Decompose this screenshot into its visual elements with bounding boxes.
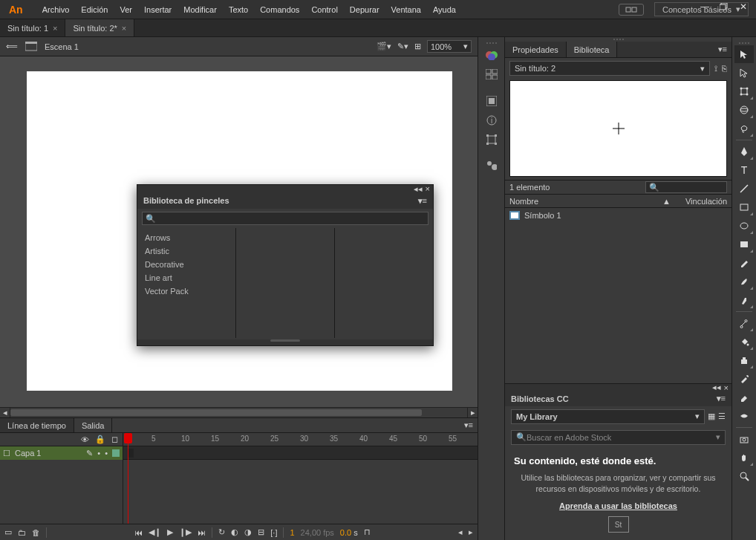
scene-icon[interactable]	[25, 42, 37, 52]
swatches-icon[interactable]	[481, 46, 502, 64]
frame-ruler[interactable]: 1 5 10 15 20 25 30 35 40 45 50 55	[123, 433, 478, 446]
horizontal-scrollbar[interactable]: ◂ ▸	[0, 407, 478, 417]
stock-search[interactable]: 🔍 Buscar en Adobe Stock▾	[511, 430, 726, 445]
lasso-tool[interactable]	[734, 120, 754, 137]
panel-grip[interactable]: ◂◂ ×	[137, 185, 433, 192]
menu-insertar[interactable]: Insertar	[138, 0, 177, 19]
tab-timeline[interactable]: Línea de tiempo	[0, 418, 74, 432]
eyedropper-tool[interactable]	[734, 370, 754, 388]
step-forward-icon[interactable]: ❙▶	[179, 527, 192, 537]
color-icon[interactable]	[481, 92, 502, 110]
tab-propiedades[interactable]: Propiedades	[505, 42, 567, 57]
center-stage-icon[interactable]: ⊞	[414, 42, 421, 51]
library-search[interactable]: 🔍	[645, 181, 727, 193]
paint-brush-tool[interactable]	[734, 291, 754, 309]
width-tool[interactable]	[734, 407, 754, 425]
keyframe[interactable]	[128, 449, 134, 458]
menu-ayuda[interactable]: Ayuda	[427, 0, 462, 19]
scroll-left-icon[interactable]: ◂	[458, 527, 463, 537]
paint-bucket-tool[interactable]	[734, 333, 754, 351]
adobe-stock-icon[interactable]: St	[608, 516, 629, 533]
eraser-tool[interactable]	[734, 388, 754, 406]
new-folder-icon[interactable]: 🗀	[18, 528, 26, 537]
brush-cat-vectorpack[interactable]: Vector Pack	[137, 284, 235, 298]
goto-first-icon[interactable]: ⏮	[134, 528, 143, 537]
step-back-icon[interactable]: ◀❙	[149, 527, 161, 537]
span-icon[interactable]: ⊓	[364, 527, 371, 537]
close-icon[interactable]: ×	[53, 24, 57, 33]
line-tool[interactable]	[734, 180, 754, 198]
menu-edicion[interactable]: Edición	[75, 0, 114, 19]
menu-texto[interactable]: Texto	[223, 0, 254, 19]
window-close-button[interactable]: ✕	[734, 0, 753, 13]
scroll-right-icon[interactable]: ▸	[469, 527, 473, 537]
onion-skin-icon[interactable]: ◐	[231, 527, 238, 537]
window-restore-button[interactable]	[714, 0, 734, 13]
library-columns[interactable]: Nombre ▲ Vinculación	[505, 195, 731, 208]
pin-icon[interactable]: ⟟	[714, 64, 717, 74]
brush-cat-lineart[interactable]: Line art	[137, 271, 235, 284]
panel-menu-icon[interactable]: ▾≡	[714, 42, 731, 57]
menu-control[interactable]: Control	[305, 0, 343, 19]
doc-tab-2[interactable]: Sin título: 2* ×	[65, 19, 134, 36]
transform-icon[interactable]	[481, 131, 502, 149]
cc-learn-link[interactable]: Aprenda a usar las bibliotecas	[514, 501, 723, 510]
playhead[interactable]	[128, 433, 128, 524]
hand-tool[interactable]	[734, 449, 754, 466]
bone-tool[interactable]	[734, 314, 754, 332]
brush-tool[interactable]	[734, 273, 754, 290]
close-icon[interactable]: ×	[122, 24, 126, 33]
frame-track[interactable]	[123, 446, 478, 460]
edit-multiple-icon[interactable]: ⊟	[258, 527, 264, 537]
outline-icon[interactable]: ◻	[111, 435, 118, 444]
tab-output[interactable]: Salida	[74, 418, 113, 432]
menu-archivo[interactable]: Archivo	[36, 0, 76, 19]
collapse-icon[interactable]: ◂◂	[414, 184, 423, 194]
new-layer-icon[interactable]: ▭	[4, 527, 12, 537]
new-library-icon[interactable]: ⎘	[722, 64, 727, 73]
loop-icon[interactable]: ↻	[218, 527, 225, 537]
free-transform-tool[interactable]	[734, 82, 754, 100]
menu-comandos[interactable]: Comandos	[254, 0, 305, 19]
visibility-icon[interactable]: 👁	[81, 435, 89, 444]
brush-cat-arrows[interactable]: Arrows	[137, 231, 235, 244]
library-doc-select[interactable]: Sin título: 2▾	[509, 61, 710, 76]
zoom-tool[interactable]	[734, 467, 754, 485]
selection-tool[interactable]	[734, 45, 754, 63]
collapse-icon[interactable]: ◂◂	[712, 383, 721, 392]
brush-library-icon[interactable]	[481, 157, 502, 175]
3d-rotation-tool[interactable]	[734, 101, 754, 119]
window-minimize-button[interactable]: —	[695, 0, 714, 13]
symbol-edit-icon[interactable]: ✎▾	[397, 42, 408, 51]
pencil-tool[interactable]	[734, 254, 754, 272]
panel-menu-icon[interactable]: ▾≡	[418, 196, 427, 206]
layer-row[interactable]: ☐ Capa 1 ✎ • •	[0, 446, 123, 460]
info-icon[interactable]: i	[481, 111, 502, 129]
close-icon[interactable]: ×	[426, 184, 430, 193]
pen-tool[interactable]	[734, 143, 754, 160]
doc-tab-1[interactable]: Sin título: 1 ×	[0, 19, 65, 36]
play-icon[interactable]: ▶	[167, 527, 173, 537]
clapper-icon[interactable]: 🎬▾	[377, 42, 391, 51]
text-tool[interactable]: T	[734, 161, 754, 179]
menu-depurar[interactable]: Depurar	[344, 0, 385, 19]
close-icon[interactable]: ×	[724, 383, 729, 392]
grid-view-icon[interactable]: ▦	[708, 411, 715, 421]
panel-resize-grip[interactable]	[137, 339, 433, 345]
tab-biblioteca[interactable]: Biblioteca	[567, 42, 618, 57]
panel-menu-icon[interactable]: ▾≡	[717, 394, 726, 403]
layer-color-swatch[interactable]	[112, 449, 120, 457]
goto-last-icon[interactable]: ⏭	[198, 528, 206, 537]
lock-icon[interactable]: 🔒	[95, 435, 105, 444]
ink-bottle-tool[interactable]	[734, 351, 754, 369]
rectangle-tool[interactable]	[734, 198, 754, 216]
menu-modificar[interactable]: Modificar	[177, 0, 223, 19]
menu-ver[interactable]: Ver	[114, 0, 138, 19]
brush-search[interactable]: 🔍	[142, 212, 428, 225]
delete-layer-icon[interactable]: 🗑	[32, 528, 40, 537]
back-icon[interactable]: ⟸	[6, 42, 18, 51]
zoom-select[interactable]: 100%▾	[427, 40, 472, 53]
cc-library-select[interactable]: My Library▾	[511, 409, 705, 424]
oval-tool[interactable]	[734, 217, 754, 235]
subselection-tool[interactable]	[734, 64, 754, 82]
